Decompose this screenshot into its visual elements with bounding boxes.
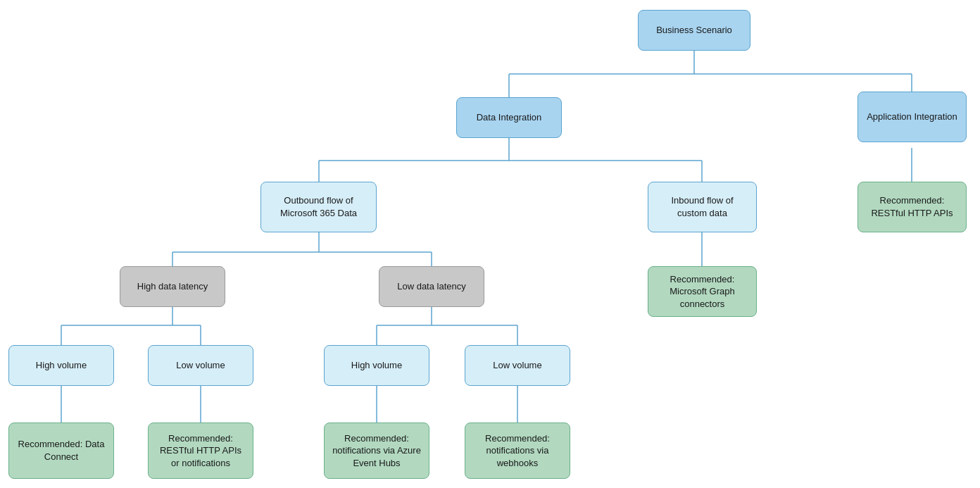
high-vol-1-node: High volume [8,345,114,386]
rec-restful-app-node: Recommended: RESTful HTTP APIs [857,182,967,232]
inbound-flow-node: Inbound flow of custom data [648,182,757,232]
low-vol-1-node: Low volume [148,345,253,386]
high-vol-2-node: High volume [324,345,429,386]
outbound-flow-node: Outbound flow of Microsoft 365 Data [260,182,377,232]
connectors-svg [0,0,980,488]
business-scenario-node: Business Scenario [638,10,750,51]
rec-event-hubs-node: Recommended: notifications via Azure Eve… [324,423,429,479]
application-integration-node: Application Integration [857,92,967,142]
high-latency-node: High data latency [120,266,225,307]
rec-graph-node: Recommended: Microsoft Graph connectors [648,266,757,317]
low-latency-node: Low data latency [379,266,484,307]
rec-restful-not-node: Recommended: RESTful HTTP APIs or notifi… [148,423,253,479]
low-vol-2-node: Low volume [465,345,570,386]
diagram: Business Scenario Data Integration Appli… [0,0,980,488]
rec-data-connect-node: Recommended: Data Connect [8,423,114,479]
data-integration-node: Data Integration [456,97,562,138]
rec-webhooks-node: Recommended: notifications via webhooks [465,423,570,479]
